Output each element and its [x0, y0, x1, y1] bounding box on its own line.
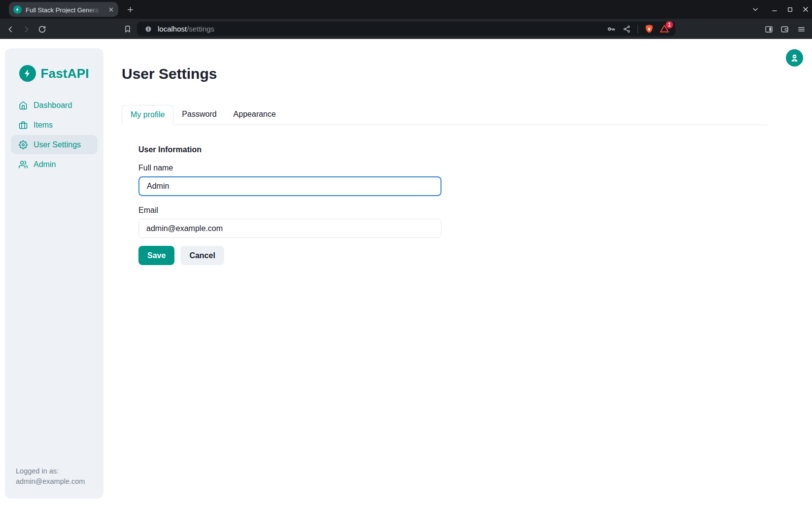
fastapi-logo: FastAPI	[5, 65, 103, 82]
brave-rewards-icon[interactable]: 1	[658, 23, 670, 35]
fastapi-favicon-icon	[13, 5, 22, 14]
sidebar: FastAPI Dashboard Items User Settings Ad…	[5, 48, 103, 499]
email-field[interactable]	[138, 219, 441, 238]
gear-icon	[19, 140, 28, 149]
back-button[interactable]	[4, 23, 17, 35]
password-key-icon[interactable]	[606, 23, 617, 35]
section-heading: User Information	[138, 145, 767, 154]
users-icon	[19, 160, 28, 169]
menu-hamburger-icon[interactable]	[795, 23, 808, 35]
forward-button[interactable]	[20, 23, 33, 35]
sidebar-nav: Dashboard Items User Settings Admin	[5, 96, 103, 174]
email-label: Email	[138, 206, 767, 215]
main-content: User Settings My profile Password Appear…	[122, 39, 767, 265]
sidebar-item-user-settings[interactable]: User Settings	[11, 135, 98, 154]
window-minimize-icon[interactable]	[769, 3, 780, 15]
sidebar-item-items[interactable]: Items	[11, 115, 98, 135]
tab-close-icon[interactable]	[108, 7, 114, 12]
url-path: /settings	[187, 25, 214, 33]
sidebar-item-label: Admin	[34, 160, 56, 169]
sidebar-toggle-icon[interactable]	[762, 23, 775, 35]
full-name-label: Full name	[138, 164, 767, 172]
save-button[interactable]: Save	[138, 246, 174, 265]
address-bar[interactable]: localhost/settings 1	[137, 22, 676, 36]
page-title: User Settings	[122, 67, 767, 81]
brave-shield-icon[interactable]	[643, 23, 655, 35]
full-name-field[interactable]	[138, 176, 441, 196]
browser-toolbar: localhost/settings 1	[0, 19, 812, 39]
user-menu-button[interactable]	[786, 49, 803, 67]
sidebar-item-admin[interactable]: Admin	[11, 155, 98, 174]
fastapi-logo-icon	[19, 65, 36, 82]
tab-my-profile[interactable]: My profile	[122, 105, 173, 125]
bookmark-icon[interactable]	[121, 23, 134, 35]
sidebar-item-label: Dashboard	[34, 101, 72, 110]
url-host: localhost	[158, 25, 187, 33]
cancel-button[interactable]: Cancel	[180, 246, 224, 265]
tab-search-chevron-icon[interactable]	[749, 3, 761, 15]
toolbar-divider	[638, 25, 638, 34]
window-maximize-icon[interactable]	[784, 3, 796, 15]
user-astronaut-icon	[790, 53, 799, 63]
logged-in-status: Logged in as: admin@example.com	[16, 466, 85, 487]
logged-in-label: Logged in as:	[16, 466, 85, 476]
tab-appearance[interactable]: Appearance	[225, 105, 284, 125]
tab-password[interactable]: Password	[173, 105, 225, 125]
window-close-icon[interactable]	[800, 3, 812, 15]
sidebar-item-label: Items	[34, 121, 53, 130]
sidebar-item-dashboard[interactable]: Dashboard	[11, 96, 98, 115]
form-actions: Save Cancel	[138, 246, 767, 265]
wallet-icon[interactable]	[778, 23, 791, 35]
logged-in-email: admin@example.com	[16, 476, 85, 487]
new-tab-button[interactable]	[124, 3, 136, 15]
briefcase-icon	[19, 121, 28, 130]
share-icon[interactable]	[621, 23, 633, 35]
home-icon	[19, 101, 28, 110]
fastapi-logo-text: FastAPI	[40, 66, 89, 81]
sidebar-item-label: User Settings	[34, 140, 81, 149]
reload-button[interactable]	[35, 23, 48, 35]
settings-tabs: My profile Password Appearance	[122, 105, 767, 125]
profile-panel: User Information Full name Email Save Ca…	[122, 125, 767, 265]
site-info-icon[interactable]	[142, 23, 154, 35]
browser-tab[interactable]: Full Stack Project Genera	[9, 2, 118, 17]
browser-tab-strip: Full Stack Project Genera	[0, 0, 812, 19]
rewards-badge: 1	[666, 21, 673, 29]
